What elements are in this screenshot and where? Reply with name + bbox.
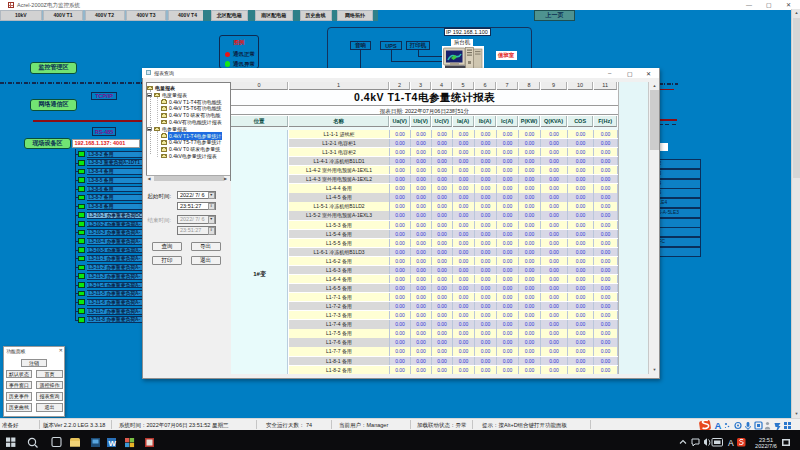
svg-text:W: W — [109, 438, 117, 447]
svg-text:A: A — [728, 437, 734, 447]
svg-text:A: A — [715, 420, 722, 431]
svg-text:23:51: 23:51 — [759, 436, 773, 442]
svg-text:2022/7/6: 2022/7/6 — [755, 443, 777, 449]
